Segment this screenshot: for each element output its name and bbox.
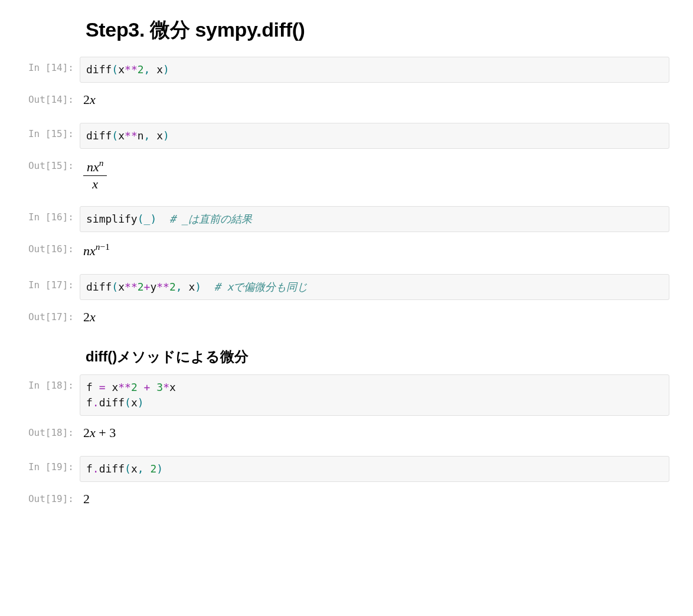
in-prompt-15: In [15]: [0, 123, 80, 139]
code-input-16[interactable]: simplify(_) # _は直前の結果 [80, 206, 669, 232]
subheading: diff()メソッドによる微分 [86, 347, 669, 366]
code-input-19[interactable]: f.diff(x, 2) [80, 456, 669, 482]
in-prompt-16: In [16]: [0, 206, 80, 223]
code-cell-19: In [19]: f.diff(x, 2) [0, 456, 669, 482]
code-input-15[interactable]: diff(x**n, x) [80, 123, 669, 149]
output-17: 2x [80, 306, 669, 327]
page-heading: Step3. 微分 sympy.diff() [86, 17, 669, 44]
output-cell-14: Out[14]: 2x [0, 89, 669, 110]
in-prompt-17: In [17]: [0, 274, 80, 291]
output-15: nxn x [80, 155, 669, 193]
subheading-cell: diff()メソッドによる微分 [86, 347, 669, 366]
output-cell-18: Out[18]: 2x + 3 [0, 422, 669, 443]
output-cell-15: Out[15]: nxn x [0, 155, 669, 193]
out-prompt-14: Out[14]: [0, 89, 80, 105]
code-cell-17: In [17]: diff(x**2+y**2, x) # xで偏微分も同じ [0, 274, 669, 300]
output-cell-17: Out[17]: 2x [0, 306, 669, 327]
output-14: 2x [80, 89, 669, 110]
output-18: 2x + 3 [80, 422, 669, 443]
code-input-17[interactable]: diff(x**2+y**2, x) # xで偏微分も同じ [80, 274, 669, 300]
out-prompt-16: Out[16]: [0, 238, 80, 255]
out-prompt-19: Out[19]: [0, 488, 80, 504]
notebook: Step3. 微分 sympy.diff() In [14]: diff(x**… [0, 0, 693, 535]
in-prompt-19: In [19]: [0, 456, 80, 472]
code-cell-15: In [15]: diff(x**n, x) [0, 123, 669, 149]
code-cell-16: In [16]: simplify(_) # _は直前の結果 [0, 206, 669, 232]
code-cell-18: In [18]: f = x**2 + 3*x f.diff(x) [0, 374, 669, 416]
fraction: nxn x [83, 158, 107, 190]
output-16: nxn−1 [80, 238, 669, 261]
code-input-18[interactable]: f = x**2 + 3*x f.diff(x) [80, 374, 669, 416]
out-prompt-18: Out[18]: [0, 422, 80, 438]
code-cell-14: In [14]: diff(x**2, x) [0, 57, 669, 83]
output-cell-16: Out[16]: nxn−1 [0, 238, 669, 261]
code-input-14[interactable]: diff(x**2, x) [80, 57, 669, 83]
output-19: 2 [80, 488, 669, 509]
in-prompt-14: In [14]: [0, 57, 80, 73]
out-prompt-17: Out[17]: [0, 306, 80, 322]
output-cell-19: Out[19]: 2 [0, 488, 669, 509]
in-prompt-18: In [18]: [0, 374, 80, 391]
out-prompt-15: Out[15]: [0, 155, 80, 171]
heading-cell: Step3. 微分 sympy.diff() [86, 17, 669, 44]
